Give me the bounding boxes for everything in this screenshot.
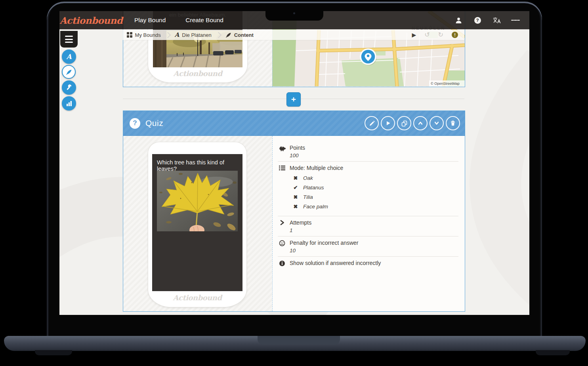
- mode-row: Mode: Multiple choice ✖ Oak ✔ Platanus: [278, 162, 458, 216]
- answer-option: ✖ Tilia: [293, 194, 458, 200]
- grid-icon: [127, 32, 132, 38]
- camera-dot: [293, 12, 295, 14]
- chevron-right-icon: [278, 219, 286, 233]
- play-icon: [385, 120, 391, 126]
- points-value: 100: [290, 152, 305, 158]
- translate-icon[interactable]: [492, 16, 501, 25]
- sidebar-item-content[interactable]: [62, 65, 76, 79]
- duplicate-button[interactable]: [397, 116, 411, 130]
- phone-preview-quiz: Which tree has this kind of leaves?: [148, 142, 246, 307]
- phone-screen: Which tree has this kind of leaves?: [152, 154, 242, 291]
- bound-mark-icon: A: [66, 53, 71, 61]
- option-label: Platanus: [303, 185, 324, 191]
- sidebar-item-statistics[interactable]: [62, 96, 76, 111]
- breadcrumb-label: Die Platanen: [182, 32, 211, 38]
- quiz-details: Points 100: [278, 141, 458, 269]
- move-down-button[interactable]: [430, 116, 444, 130]
- quiz-card-header: ? Quiz: [123, 111, 465, 136]
- nav-play-bound[interactable]: Play Bound: [126, 11, 174, 29]
- quiz-settings-panel: Points 100: [272, 136, 464, 311]
- quiz-preview-panel: Which tree has this kind of leaves?: [123, 136, 272, 311]
- quiz-title: Quiz: [145, 118, 163, 128]
- breadcrumb-label: Content: [234, 32, 254, 38]
- breadcrumb-my-bounds[interactable]: My Bounds: [123, 32, 165, 38]
- actionbound-watermark: Actionbound: [148, 69, 247, 78]
- penalty-row: Penalty for incorrect answer 10: [278, 236, 458, 257]
- option-label: Face palm: [303, 204, 328, 210]
- laptop-foot: [536, 350, 570, 355]
- wrench-icon: [66, 84, 73, 91]
- list-icon: [278, 165, 286, 213]
- info-icon: [278, 260, 286, 267]
- warning-icon[interactable]: !: [452, 32, 458, 38]
- quiz-card-body: Which tree has this kind of leaves?: [123, 136, 465, 311]
- breadcrumb-content[interactable]: Content: [221, 32, 258, 38]
- correct-mark-icon: ✔: [293, 185, 298, 191]
- wrong-mark-icon: ✖: [293, 194, 298, 200]
- user-icon[interactable]: [454, 16, 463, 25]
- camera-notch: [265, 10, 323, 21]
- redo-button[interactable]: ↻: [438, 32, 443, 38]
- attempts-row: Attempts 1: [278, 216, 458, 236]
- sidebar-item-settings[interactable]: [62, 80, 76, 95]
- copy-icon: [401, 120, 408, 127]
- logo-block: Actionbound: [59, 11, 123, 29]
- feather-icon: [225, 32, 231, 38]
- menu-icon[interactable]: [511, 16, 520, 25]
- trash-icon: [450, 120, 456, 126]
- map-pin[interactable]: [361, 49, 377, 65]
- preview-play-button[interactable]: [381, 116, 395, 130]
- answer-option: ✖ Oak: [293, 175, 458, 181]
- breadcrumb-bound[interactable]: A Die Platanen: [171, 31, 216, 38]
- option-label: Tilia: [303, 194, 313, 200]
- piggy-bank-icon: [278, 145, 286, 158]
- move-up-button[interactable]: [413, 116, 428, 130]
- undo-button[interactable]: ↺: [424, 32, 430, 38]
- breadcrumb-separator-icon: [215, 32, 221, 38]
- map-attribution[interactable]: © OpenStreetMap: [431, 82, 460, 86]
- breadcrumb-separator-icon: [164, 32, 171, 38]
- sidebar-toggle[interactable]: [60, 31, 78, 48]
- breadcrumb: My Bounds A Die Platanen Content ▶ ↺ ↻ !: [123, 30, 464, 40]
- app-screen: ein beliebter Alleebaum.: [59, 11, 529, 315]
- panel-divider: [272, 136, 273, 311]
- leaf-photo: [157, 171, 238, 231]
- points-label: Points: [290, 145, 305, 151]
- solution-row: Show solution if answered incorrectly: [278, 257, 458, 269]
- breadcrumb-actions: ▶ ↺ ↻ !: [412, 32, 464, 38]
- laptop-base: [4, 336, 586, 351]
- quiz-actions: [365, 116, 465, 130]
- laptop-foot: [35, 350, 72, 355]
- pencil-icon: [368, 120, 375, 127]
- penalty-label: Penalty for incorrect answer: [290, 240, 359, 246]
- actionbound-watermark: Actionbound: [148, 294, 246, 302]
- chevron-down-icon: [433, 120, 440, 126]
- feather-icon: [66, 69, 72, 75]
- quiz-card: ? Quiz: [123, 111, 465, 312]
- test-play-button[interactable]: ▶: [412, 32, 416, 38]
- wrong-mark-icon: ✖: [293, 175, 298, 181]
- laptop-base-notch: [258, 336, 340, 345]
- quiz-type-icon: ?: [130, 118, 140, 129]
- edit-button[interactable]: [365, 116, 379, 130]
- plus-icon: +: [291, 95, 296, 104]
- penalty-value: 10: [290, 248, 359, 254]
- nav-create-bound[interactable]: Create Bound: [177, 11, 232, 29]
- bound-mark-icon: A: [175, 31, 179, 38]
- bar-chart-icon: [66, 101, 72, 106]
- points-row: Points 100: [278, 141, 458, 162]
- sidebar-item-bound[interactable]: A: [62, 50, 76, 64]
- answer-option: ✖ Face palm: [293, 204, 458, 210]
- mode-label: Mode: Multiple choice: [290, 165, 458, 171]
- actionbound-logo[interactable]: Actionbound: [60, 15, 123, 26]
- add-element-button[interactable]: +: [286, 92, 301, 107]
- delete-button[interactable]: [446, 116, 460, 130]
- sad-face-icon: [278, 240, 286, 254]
- help-icon[interactable]: ?: [473, 16, 482, 25]
- attempts-label: Attempts: [290, 219, 311, 226]
- attempts-value: 1: [290, 227, 311, 233]
- quiz-question-text: Which tree has this kind of leaves?: [152, 154, 242, 172]
- solution-label: Show solution if answered incorrectly: [290, 260, 381, 267]
- navbar-icons: ?: [454, 16, 529, 25]
- wrong-mark-icon: ✖: [293, 204, 298, 210]
